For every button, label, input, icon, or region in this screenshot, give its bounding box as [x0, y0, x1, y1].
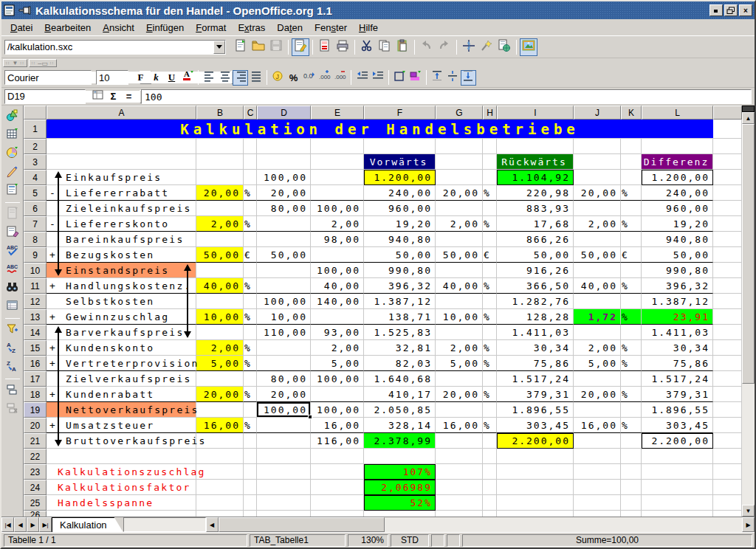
menu-fenster[interactable]: Fenster: [309, 21, 353, 35]
column-header-K[interactable]: K: [621, 106, 642, 120]
cell-E18[interactable]: [311, 387, 364, 402]
cell[interactable]: [713, 480, 742, 495]
cell-B10[interactable]: [196, 263, 244, 278]
cell-H15[interactable]: %: [483, 340, 497, 356]
cell-E14[interactable]: 93,00: [311, 325, 364, 340]
align-right-button[interactable]: [233, 70, 248, 86]
cell-F21[interactable]: 2.378,99: [364, 433, 436, 449]
cell-L8[interactable]: 940,80: [642, 232, 713, 247]
decrease-indent-button[interactable]: [354, 70, 370, 86]
cell-E24[interactable]: [311, 480, 364, 495]
cell-J13[interactable]: 1,72: [574, 309, 621, 325]
cell-E25[interactable]: [311, 495, 364, 511]
cell-A4[interactable]: Einkaufspreis: [47, 170, 196, 185]
cell-H7[interactable]: %: [483, 216, 497, 232]
row-header-9[interactable]: 9: [24, 247, 47, 263]
row-header-17[interactable]: 17: [24, 371, 47, 387]
font-name-combo[interactable]: [4, 70, 92, 85]
cell-G5[interactable]: 20,00: [436, 185, 483, 201]
cell-L2[interactable]: [642, 139, 713, 154]
row-header-13[interactable]: 13: [24, 309, 47, 325]
scroll-right-button[interactable]: ▶: [742, 517, 755, 532]
cell-F9[interactable]: 50,00: [364, 247, 436, 263]
cell-K20[interactable]: %: [621, 418, 642, 433]
edit-file-button[interactable]: [292, 38, 309, 56]
cell-B2[interactable]: [196, 139, 244, 154]
cell-E7[interactable]: 2,00: [311, 216, 364, 232]
cell-B22[interactable]: [196, 449, 244, 464]
cell-I4[interactable]: 1.104,92: [497, 170, 574, 185]
new-document-button[interactable]: [232, 38, 250, 56]
row-header-5[interactable]: 5: [24, 185, 47, 201]
scroll-up-button[interactable]: ▲: [742, 112, 755, 124]
cell-I26[interactable]: [497, 511, 574, 517]
scroll-down-button[interactable]: ▼: [742, 505, 755, 517]
cell-I16[interactable]: 75,86: [497, 356, 574, 371]
cell[interactable]: [713, 294, 742, 309]
bold-button[interactable]: F: [133, 70, 148, 86]
cell-L18[interactable]: 379,31: [642, 387, 713, 402]
cell-H6[interactable]: [483, 201, 497, 216]
menu-format[interactable]: Format: [190, 21, 232, 35]
cell-D23[interactable]: [257, 464, 311, 480]
menu-hilfe[interactable]: Hilfe: [353, 21, 384, 35]
cell-F2[interactable]: [364, 139, 436, 154]
cell-F26[interactable]: [364, 511, 436, 517]
cell-E12[interactable]: 140,00: [311, 294, 364, 309]
row-header-26[interactable]: 26: [24, 511, 47, 517]
row-header-16[interactable]: 16: [24, 356, 47, 371]
cell-C9[interactable]: €: [244, 247, 257, 263]
cell-E21[interactable]: 116,00: [311, 433, 364, 449]
row-header-7[interactable]: 7: [24, 216, 47, 232]
cell-A26[interactable]: [47, 511, 196, 517]
cell[interactable]: [713, 418, 742, 433]
cell-D12[interactable]: 100,00: [257, 294, 311, 309]
open-button[interactable]: [250, 38, 267, 56]
align-justify-button[interactable]: [248, 70, 264, 86]
cell-J25[interactable]: [574, 495, 621, 511]
cell-A23[interactable]: Kalkulationszuschlag: [47, 464, 196, 480]
document-url-combo[interactable]: [4, 40, 226, 55]
cell-J4[interactable]: [574, 170, 621, 185]
cell-L12[interactable]: 1.387,12: [642, 294, 713, 309]
cell-A22[interactable]: [47, 449, 196, 464]
form-button[interactable]: [3, 182, 22, 200]
background-color-button[interactable]: [408, 70, 423, 86]
cell-F6[interactable]: 960,00: [364, 201, 436, 216]
cell-G12[interactable]: [436, 294, 483, 309]
cell-F20[interactable]: 328,14: [364, 418, 436, 433]
row-header-22[interactable]: 22: [24, 449, 47, 464]
cell-B26[interactable]: [196, 511, 244, 517]
cell[interactable]: [713, 185, 742, 201]
cell-A15[interactable]: +Kundenskonto: [47, 340, 196, 356]
cell-C16[interactable]: %: [244, 356, 257, 371]
cell-L25[interactable]: [642, 495, 713, 511]
cell-J12[interactable]: [574, 294, 621, 309]
horizontal-scroll-track[interactable]: [385, 517, 742, 532]
cell-G19[interactable]: [436, 402, 483, 418]
cell-G11[interactable]: 40,00: [436, 278, 483, 294]
cell-C21[interactable]: [244, 433, 257, 449]
cell-H16[interactable]: %: [483, 356, 497, 371]
align-bottom-button[interactable]: [461, 70, 476, 86]
cell-K22[interactable]: [621, 449, 642, 464]
next-sheet-button[interactable]: ▶: [27, 517, 39, 532]
cell-E11[interactable]: 40,00: [311, 278, 364, 294]
sort-descending-button[interactable]: ZA: [3, 358, 22, 376]
cell-A5[interactable]: -Liefererrabatt: [47, 185, 196, 201]
cell-B17[interactable]: [196, 371, 244, 387]
row-header-6[interactable]: 6: [24, 201, 47, 216]
cell-E17[interactable]: 100,00: [311, 371, 364, 387]
gallery-button[interactable]: [520, 38, 537, 56]
cell-L4[interactable]: 1.200,00: [642, 170, 713, 185]
cell-H20[interactable]: %: [483, 418, 497, 433]
cell-C24[interactable]: [244, 480, 257, 495]
cell-K11[interactable]: %: [621, 278, 642, 294]
cell-B7[interactable]: 2,00: [196, 216, 244, 232]
formula-input-line[interactable]: [141, 89, 752, 104]
cell[interactable]: [713, 464, 742, 480]
cell-E23[interactable]: [311, 464, 364, 480]
sum-field[interactable]: Summe=100,00: [462, 534, 752, 547]
cell-J5[interactable]: 20,00: [574, 185, 621, 201]
cell-E3[interactable]: [311, 154, 364, 170]
